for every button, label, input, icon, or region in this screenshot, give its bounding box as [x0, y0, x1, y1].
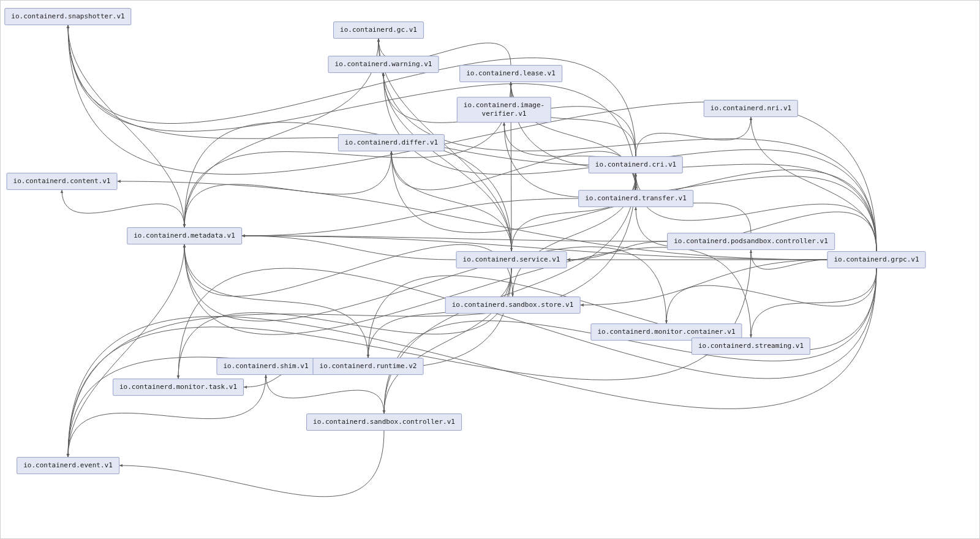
edge-grpc-to-sandbox_store — [581, 260, 827, 305]
diagram-canvas: io.containerd.snapshotter.v1io.container… — [0, 0, 980, 539]
edge-sandbox_ctrl-to-event — [119, 431, 384, 497]
edge-service-to-differ — [391, 151, 511, 251]
node-metadata[interactable]: io.containerd.metadata.v1 — [127, 227, 242, 244]
edge-grpc-to-image_verifier — [504, 123, 876, 251]
node-gc[interactable]: io.containerd.gc.v1 — [333, 21, 424, 39]
edge-transfer-to-metadata — [242, 198, 578, 236]
edge-cri-to-nri — [636, 117, 751, 156]
node-sandbox_store[interactable]: io.containerd.sandbox.store.v1 — [445, 296, 581, 314]
node-streaming[interactable]: io.containerd.streaming.v1 — [692, 337, 810, 355]
edge-sandbox_ctrl-to-shim — [266, 375, 384, 413]
edge-service-to-snapshotter — [68, 25, 511, 251]
edge-grpc-to-podsandbox — [751, 250, 827, 270]
node-podsandbox[interactable]: io.containerd.podsandbox.controller.v1 — [667, 233, 835, 250]
node-differ[interactable]: io.containerd.differ.v1 — [338, 134, 445, 151]
edge-monitor_cont-to-metadata — [184, 244, 666, 323]
node-service[interactable]: io.containerd.service.v1 — [456, 251, 567, 268]
edge-metadata-to-snapshotter — [68, 25, 184, 227]
node-content[interactable]: io.containerd.content.v1 — [7, 173, 118, 190]
edge-grpc-to-gc — [379, 39, 876, 251]
edge-podsandbox-to-service — [567, 241, 668, 260]
edge-metadata-to-content — [62, 190, 184, 227]
node-grpc[interactable]: io.containerd.grpc.v1 — [827, 251, 925, 268]
edge-differ-to-metadata — [184, 151, 391, 227]
node-lease[interactable]: io.containerd.lease.v1 — [459, 65, 562, 82]
edge-runtime-to-metadata — [184, 244, 368, 358]
edge-podsandbox-to-metadata — [242, 236, 667, 241]
node-warning[interactable]: io.containerd.warning.v1 — [328, 56, 439, 73]
node-monitor_task[interactable]: io.containerd.monitor.task.v1 — [113, 379, 244, 396]
edge-cri-to-service — [511, 173, 636, 251]
edge-service-to-sandbox_ctrl — [384, 268, 511, 413]
edge-metadata-to-event — [68, 244, 184, 457]
node-event[interactable]: io.containerd.event.v1 — [17, 457, 119, 474]
node-transfer[interactable]: io.containerd.transfer.v1 — [578, 190, 693, 207]
edge-grpc-to-nri — [751, 117, 876, 251]
node-runtime[interactable]: io.containerd.runtime.v2 — [313, 358, 424, 375]
node-cri[interactable]: io.containerd.cri.v1 — [589, 156, 683, 173]
node-snapshotter[interactable]: io.containerd.snapshotter.v1 — [4, 8, 131, 25]
edge-service-to-metadata — [242, 236, 456, 260]
node-nri[interactable]: io.containerd.nri.v1 — [704, 100, 798, 117]
edge-cri-to-sandbox_ctrl — [384, 173, 636, 413]
node-shim[interactable]: io.containerd.shim.v1 — [216, 358, 315, 375]
edge-grpc-to-lease — [511, 82, 876, 251]
node-sandbox_ctrl[interactable]: io.containerd.sandbox.controller.v1 — [306, 413, 462, 431]
edge-grpc-to-monitor_cont — [666, 268, 876, 323]
node-image_verifier[interactable]: io.containerd.image- verifier.v1 — [457, 97, 551, 123]
edge-grpc-to-streaming — [751, 268, 876, 337]
edge-grpc-to-snapshotter — [68, 25, 876, 251]
